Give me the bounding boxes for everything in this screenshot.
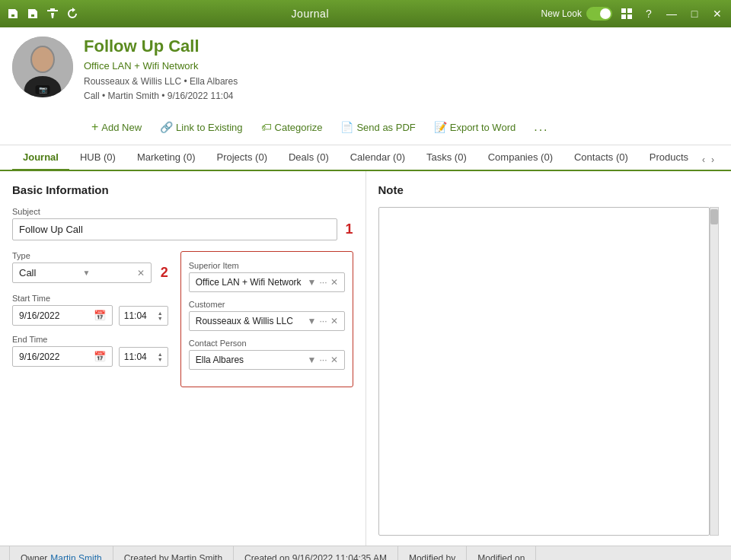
superior-item-value: Office LAN + Wifi Network xyxy=(196,277,305,288)
tab-projects[interactable]: Projects (0) xyxy=(206,145,278,171)
end-time-input[interactable]: 11:04 ▲▼ xyxy=(119,347,168,367)
svg-rect-1 xyxy=(627,8,632,13)
note-scrollbar[interactable] xyxy=(710,207,719,536)
end-time-label: End Time xyxy=(12,335,168,344)
link-existing-button[interactable]: 🔗 Link to Existing xyxy=(152,118,250,136)
start-date-input[interactable]: 9/16/2022 📅 xyxy=(12,305,113,326)
help-button[interactable]: ? xyxy=(641,6,656,21)
superior-dots-icon[interactable]: ··· xyxy=(319,277,327,288)
titlebar-right: New Look ? — □ ✕ xyxy=(541,6,725,21)
categorize-button[interactable]: 🏷 Categorize xyxy=(254,118,330,136)
note-textarea[interactable] xyxy=(378,207,710,536)
header-info: Follow Up Call Office LAN + Wifi Network… xyxy=(84,37,719,103)
start-time-row: Start Time 9/16/2022 📅 11:04 ▲▼ xyxy=(12,294,168,326)
tab-contacts[interactable]: Contacts (0) xyxy=(563,145,639,171)
word-icon: 📝 xyxy=(434,121,447,133)
contact-clear-icon[interactable]: ✕ xyxy=(330,355,338,365)
contact-person-label: Contact Person xyxy=(189,339,345,348)
tabs-prev-arrow[interactable]: ‹ xyxy=(699,148,708,171)
modified-on-status[interactable]: Modified on xyxy=(467,546,536,560)
calendar-icon[interactable]: 📅 xyxy=(94,310,106,321)
contact-person-input[interactable]: Ella Albares ▼ ··· ✕ xyxy=(189,350,345,370)
header-subtitle-2: Rousseaux & Willis LLC • Ella Albares xyxy=(84,75,719,89)
end-time-value: 11:04 xyxy=(124,352,147,362)
minimize-button[interactable]: — xyxy=(664,6,679,21)
contact-dots-icon[interactable]: ··· xyxy=(319,355,327,365)
left-panel: Basic Information Subject 1 Type Call ▼ xyxy=(0,171,366,546)
tab-products[interactable]: Products xyxy=(639,145,699,171)
refresh-icon[interactable] xyxy=(65,7,79,21)
start-time-label: Start Time xyxy=(12,294,168,303)
type-label: Type xyxy=(12,251,168,260)
clear-type-icon[interactable]: ✕ xyxy=(137,268,145,278)
app-title: Journal xyxy=(292,8,329,20)
customer-value: Rousseaux & Willis LLC xyxy=(196,316,305,326)
tab-tasks[interactable]: Tasks (0) xyxy=(416,145,477,171)
customer-input[interactable]: Rousseaux & Willis LLC ▼ ··· ✕ xyxy=(189,311,345,331)
new-look-label: New Look xyxy=(541,8,582,19)
customer-clear-icon[interactable]: ✕ xyxy=(330,316,338,326)
titlebar-controls[interactable] xyxy=(6,7,79,21)
tab-deals[interactable]: Deals (0) xyxy=(278,145,340,171)
plus-icon: + xyxy=(91,120,98,134)
owner-label: Owner xyxy=(21,553,47,560)
scrollbar-thumb[interactable] xyxy=(710,209,718,224)
superior-item-input[interactable]: Office LAN + Wifi Network ▼ ··· ✕ xyxy=(189,272,345,292)
superior-item-controls: ▼ ··· ✕ xyxy=(308,277,338,288)
header-subtitle-3: Call • Martin Smith • 9/16/2022 11:04 xyxy=(84,89,719,103)
end-date-input[interactable]: 9/16/2022 📅 xyxy=(12,346,113,367)
delete-icon[interactable] xyxy=(46,7,59,21)
tab-marketing[interactable]: Marketing (0) xyxy=(126,145,206,171)
superior-clear-icon[interactable]: ✕ xyxy=(330,277,338,288)
end-time-spinner[interactable]: ▲▼ xyxy=(158,352,163,362)
svg-rect-2 xyxy=(621,14,626,19)
add-new-button[interactable]: + Add New xyxy=(84,117,149,137)
close-button[interactable]: ✕ xyxy=(710,6,725,21)
created-on-status[interactable]: Created on 9/16/2022 11:04:35 AM xyxy=(234,546,398,560)
owner-name[interactable]: Martin Smith xyxy=(50,553,101,560)
right-panel: Note xyxy=(366,171,732,546)
avatar: 📷 xyxy=(12,37,73,97)
header-actions: + Add New 🔗 Link to Existing 🏷 Categoriz… xyxy=(84,111,719,145)
save2-icon[interactable] xyxy=(26,7,40,21)
subject-input[interactable] xyxy=(12,218,337,240)
main-content: Basic Information Subject 1 Type Call ▼ xyxy=(0,171,731,546)
start-time-inputs: 9/16/2022 📅 11:04 ▲▼ xyxy=(12,305,168,326)
end-time-inputs: 9/16/2022 📅 11:04 ▲▼ xyxy=(12,346,168,367)
tabs-next-arrow[interactable]: › xyxy=(708,148,717,171)
more-button[interactable]: ... xyxy=(526,117,556,137)
created-by-status[interactable]: Created by Martin Smith xyxy=(113,546,234,560)
time-spinner[interactable]: ▲▼ xyxy=(158,310,163,321)
tab-hub[interactable]: HUB (0) xyxy=(69,145,126,171)
header-top: 📷 Follow Up Call Office LAN + Wifi Netwo… xyxy=(12,37,719,111)
save-icon[interactable] xyxy=(6,7,20,21)
grid-icon[interactable] xyxy=(620,7,634,21)
send-pdf-button[interactable]: 📄 Send as PDF xyxy=(333,118,423,136)
customer-label: Customer xyxy=(189,300,345,309)
link-existing-label: Link to Existing xyxy=(176,122,242,133)
svg-point-7 xyxy=(32,47,53,72)
tab-companies[interactable]: Companies (0) xyxy=(477,145,563,171)
col-right: Superior Item Office LAN + Wifi Network … xyxy=(180,251,353,387)
customer-dots-icon[interactable]: ··· xyxy=(319,316,327,326)
tab-journal[interactable]: Journal xyxy=(12,145,69,171)
type-select[interactable]: Call ▼ ✕ xyxy=(12,262,152,283)
toggle-knob xyxy=(600,8,611,19)
end-calendar-icon[interactable]: 📅 xyxy=(94,351,106,362)
customer-field: Customer Rousseaux & Willis LLC ▼ ··· ✕ xyxy=(189,300,345,331)
superior-item-field: Superior Item Office LAN + Wifi Network … xyxy=(189,261,345,292)
maximize-button[interactable]: □ xyxy=(687,6,702,21)
contact-chevron-icon[interactable]: ▼ xyxy=(308,355,317,365)
toggle-switch[interactable] xyxy=(586,7,612,21)
badge-2: 2 xyxy=(161,265,168,281)
new-look-toggle[interactable]: New Look xyxy=(541,7,612,21)
start-time-input[interactable]: 11:04 ▲▼ xyxy=(119,306,168,326)
tab-calendar[interactable]: Calendar (0) xyxy=(340,145,416,171)
export-word-button[interactable]: 📝 Export to Word xyxy=(426,118,523,136)
superior-chevron-icon[interactable]: ▼ xyxy=(308,277,317,288)
customer-chevron-icon[interactable]: ▼ xyxy=(308,316,317,326)
modified-by-status[interactable]: Modified by xyxy=(398,546,467,560)
owner-status[interactable]: Owner Martin Smith xyxy=(9,546,113,560)
camera-icon[interactable]: 📷 xyxy=(36,85,50,94)
statusbar: Owner Martin Smith Created by Martin Smi… xyxy=(0,546,731,560)
